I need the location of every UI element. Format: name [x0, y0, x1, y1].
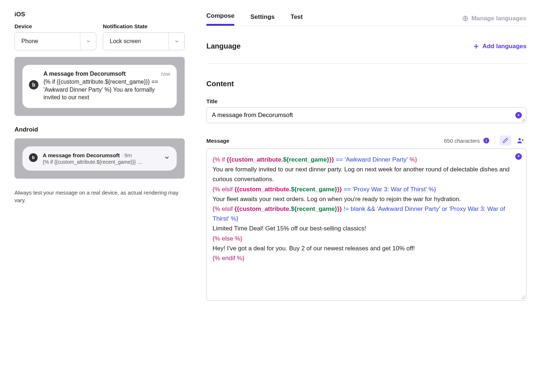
edit-button[interactable] [500, 135, 511, 146]
manage-languages-label: Manage languages [471, 15, 527, 22]
android-notif-snippet: {% if {{custom_attribute.${recent_game}}… [43, 159, 151, 165]
ios-notif-time: now [161, 71, 170, 77]
message-editor[interactable]: + {% if {{custom_attribute.${recent_game… [206, 149, 527, 301]
app-icon: b [29, 80, 38, 89]
resize-handle-icon[interactable] [521, 118, 525, 122]
manage-languages-button[interactable]: Manage languages [462, 15, 527, 22]
info-icon[interactable]: i [483, 138, 489, 143]
android-notif-time: 9m [124, 152, 132, 158]
device-label: Device [14, 23, 96, 29]
chevron-down-icon[interactable] [164, 152, 170, 161]
ios-heading: iOS [14, 11, 185, 18]
state-select[interactable]: Lock screen [103, 32, 185, 50]
android-notification-card: b A message from Decorumsoft · 9m {% if … [22, 146, 177, 171]
add-languages-label: Add languages [482, 43, 527, 50]
globe-icon [462, 15, 469, 22]
state-label: Notification State [103, 23, 185, 29]
title-input-wrap[interactable]: + [206, 107, 527, 123]
ios-notification-card: b A message from Decorumsoft now {% if {… [22, 65, 177, 108]
insert-personalization-icon[interactable]: + [515, 153, 522, 160]
android-preview: b A message from Decorumsoft · 9m {% if … [14, 138, 185, 179]
plus-icon [473, 43, 479, 50]
tab-settings[interactable]: Settings [250, 12, 274, 25]
add-languages-button[interactable]: Add languages [473, 43, 527, 50]
char-count: 650 characters [444, 138, 480, 144]
add-user-button[interactable] [515, 135, 527, 146]
resize-handle-icon[interactable] [521, 295, 525, 299]
title-input[interactable] [211, 111, 515, 119]
language-heading: Language [206, 42, 240, 50]
message-label: Message [206, 138, 229, 144]
ios-preview: b A message from Decorumsoft now {% if {… [14, 57, 185, 116]
chevron-down-icon [80, 33, 96, 50]
app-icon: b [29, 153, 38, 162]
android-heading: Android [14, 126, 185, 133]
preview-footnote: Always test your message on a real devic… [14, 189, 185, 204]
content-heading: Content [206, 80, 527, 88]
android-notif-title: A message from Decorumsoft [43, 152, 120, 158]
chevron-down-icon [168, 33, 184, 50]
divider [494, 137, 495, 145]
svg-point-3 [519, 138, 521, 140]
title-label: Title [206, 98, 527, 104]
insert-personalization-icon[interactable]: + [515, 112, 522, 118]
ios-notif-body: {% if {{custom_attribute.${recent_game}}… [43, 78, 170, 101]
tab-compose[interactable]: Compose [206, 11, 234, 26]
state-value: Lock screen [103, 33, 168, 50]
device-select[interactable]: Phone [14, 32, 96, 50]
ios-notif-title: A message from Decorumsoft [43, 71, 126, 77]
tab-test[interactable]: Test [291, 12, 303, 25]
device-value: Phone [15, 33, 80, 50]
